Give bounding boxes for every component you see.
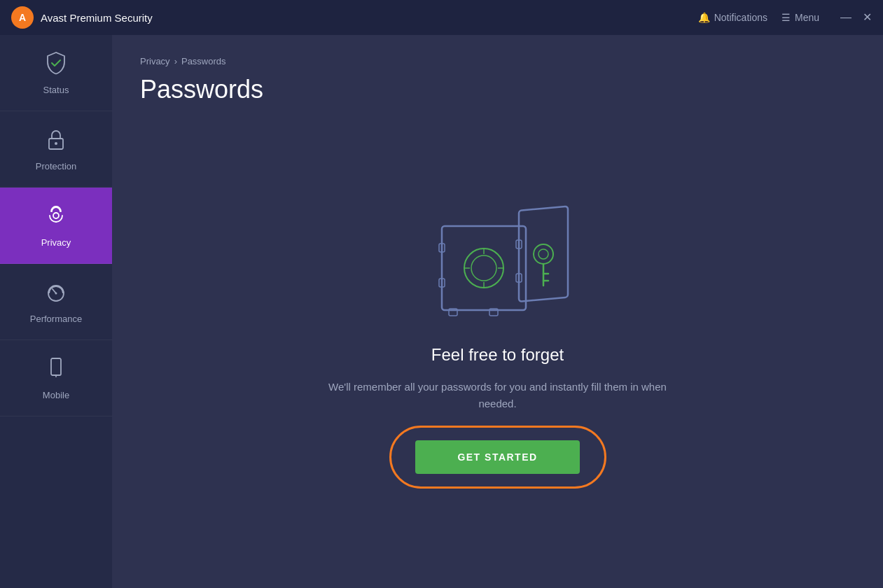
title-bar: A Avast Premium Security 🔔 Notifications… (0, 0, 883, 35)
svg-rect-7 (442, 226, 526, 310)
breadcrumb-separator: › (174, 56, 177, 66)
title-bar-left: A Avast Premium Security (11, 6, 153, 29)
fingerprint-icon (43, 203, 69, 232)
svg-point-3 (55, 293, 57, 295)
safe-illustration (421, 198, 575, 324)
menu-button[interactable]: ☰ Menu (781, 12, 819, 23)
content-center: Feel free to forget We'll remember all y… (140, 132, 855, 567)
get-started-wrapper: GET STARTED (415, 440, 579, 474)
sidebar-item-status-label: Status (43, 85, 69, 95)
sidebar-item-privacy-label: Privacy (41, 237, 71, 248)
svg-rect-4 (51, 358, 61, 375)
sidebar-item-protection-label: Protection (36, 161, 77, 172)
minimize-button[interactable]: — (840, 12, 851, 23)
sidebar-item-status[interactable]: Status (0, 35, 112, 111)
window-controls: — ✕ (840, 12, 872, 23)
app-title: Avast Premium Security (41, 12, 153, 24)
sidebar: Status Protection (0, 35, 112, 588)
sidebar-item-protection[interactable]: Protection (0, 111, 112, 188)
svg-point-20 (538, 249, 548, 259)
notifications-button[interactable]: 🔔 Notifications (698, 12, 767, 23)
sidebar-item-mobile[interactable]: Mobile (0, 340, 112, 416)
shield-icon (43, 50, 69, 79)
sidebar-item-privacy[interactable]: Privacy (0, 188, 112, 264)
mobile-icon (43, 356, 69, 384)
breadcrumb-current: Passwords (181, 56, 226, 66)
close-button[interactable]: ✕ (863, 12, 872, 23)
avast-logo: A (11, 6, 34, 29)
content-area: Privacy › Passwords Passwords (112, 35, 883, 588)
feel-free-desc: We'll remember all your passwords for yo… (323, 379, 673, 412)
breadcrumb-parent: Privacy (140, 56, 170, 66)
svg-point-6 (55, 376, 57, 377)
page-title: Passwords (140, 75, 855, 104)
svg-point-14 (471, 255, 496, 281)
sidebar-item-performance[interactable]: Performance (0, 264, 112, 340)
get-started-button[interactable]: GET STARTED (415, 440, 579, 474)
feel-free-title: Feel free to forget (431, 345, 564, 365)
title-bar-right: 🔔 Notifications ☰ Menu — ✕ (698, 12, 872, 23)
menu-icon: ☰ (781, 12, 791, 23)
main-layout: Status Protection (0, 35, 883, 588)
svg-point-13 (464, 248, 503, 288)
breadcrumb: Privacy › Passwords (140, 56, 855, 66)
svg-point-19 (534, 244, 553, 264)
speedometer-icon (43, 279, 69, 308)
svg-point-1 (55, 142, 57, 145)
sidebar-item-performance-label: Performance (30, 314, 82, 324)
lock-icon (43, 127, 69, 155)
bell-icon: 🔔 (698, 12, 710, 23)
sidebar-item-mobile-label: Mobile (43, 390, 69, 400)
